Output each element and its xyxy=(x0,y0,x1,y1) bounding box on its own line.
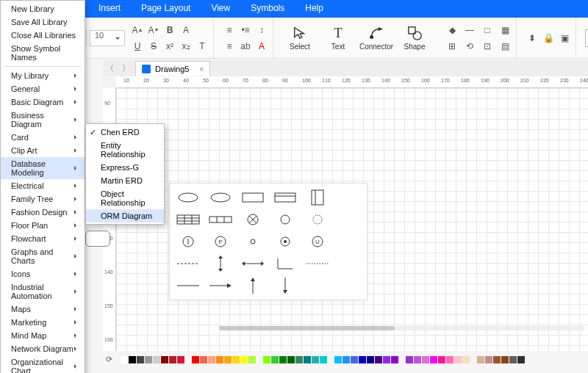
superscript-icon[interactable]: x² xyxy=(163,40,176,53)
shape-table[interactable] xyxy=(177,213,199,226)
color-swatch[interactable] xyxy=(493,356,501,363)
color-swatch[interactable] xyxy=(224,356,232,363)
increase-font-icon[interactable]: A▲ xyxy=(131,23,144,37)
shadow-icon[interactable]: □ xyxy=(481,23,494,37)
shape-dot-filled[interactable] xyxy=(274,235,296,248)
menu-cat-database-modeling[interactable]: Database Modeling xyxy=(1,157,85,179)
color-swatch[interactable] xyxy=(271,356,279,363)
menu-cat-network-diagram[interactable]: Network Diagram xyxy=(1,342,85,355)
menu-close-all-libraries[interactable]: Close All Libraries xyxy=(1,29,85,42)
color-swatch[interactable] xyxy=(438,356,445,363)
color-swatch[interactable] xyxy=(240,356,248,363)
color-swatch[interactable] xyxy=(304,356,311,363)
menu-cat-general[interactable]: General xyxy=(1,82,85,95)
shape-line-solid[interactable] xyxy=(177,279,199,292)
color-swatch[interactable] xyxy=(383,356,390,363)
nav-fwd-icon[interactable]: 〉 xyxy=(122,63,132,73)
color-swatch[interactable] xyxy=(121,356,128,363)
color-swatch[interactable] xyxy=(391,356,398,363)
menu-cat-family-tree[interactable]: Family Tree xyxy=(1,192,85,206)
line-icon[interactable]: — xyxy=(463,23,476,37)
color-swatch[interactable] xyxy=(359,356,366,363)
color-swatch[interactable] xyxy=(137,356,144,363)
shape-dot-open[interactable] xyxy=(242,235,264,248)
menu-cat-maps[interactable]: Maps xyxy=(1,303,85,316)
menu-cat-floor-plan[interactable]: Floor Plan xyxy=(1,219,85,232)
color-swatch[interactable] xyxy=(446,356,453,363)
menu-cat-fashion-design[interactable]: Fashion Design xyxy=(1,206,85,219)
submenu-entity-relationship[interactable]: Entity Relationship xyxy=(86,139,164,161)
subscript-icon[interactable]: x₂ xyxy=(179,40,193,53)
color-swatch[interactable] xyxy=(422,356,429,363)
submenu-chen-erd[interactable]: ✓Chen ERD xyxy=(86,126,164,139)
color-swatch[interactable] xyxy=(517,356,525,363)
color-swatch[interactable] xyxy=(169,356,176,363)
color-swatch[interactable] xyxy=(351,356,358,363)
decrease-font-icon[interactable]: A▼ xyxy=(147,23,160,37)
color-swatch[interactable] xyxy=(129,356,136,363)
shape-ellipse-2[interactable] xyxy=(209,191,232,204)
group-icon[interactable]: ⊡ xyxy=(481,40,494,53)
document-tab[interactable]: Drawing5 × xyxy=(135,61,210,76)
shape-circle-x[interactable] xyxy=(242,213,264,226)
menu-save-all-library[interactable]: Save All Library xyxy=(1,15,85,29)
shape-arrow-right[interactable] xyxy=(209,279,232,292)
menu-cat-basic-diagram[interactable]: Basic Diagram xyxy=(1,95,85,109)
shape-rect[interactable] xyxy=(242,191,264,204)
color-swatch[interactable] xyxy=(177,356,184,363)
shape-line-arrows-v[interactable] xyxy=(209,257,232,270)
color-swatch[interactable] xyxy=(375,356,382,363)
clear-format-icon[interactable]: A xyxy=(179,23,193,37)
color-swatch[interactable] xyxy=(334,356,342,363)
color-swatch[interactable] xyxy=(320,356,327,363)
color-swatch[interactable] xyxy=(287,356,295,363)
bullets-icon[interactable]: •≡ xyxy=(239,23,252,37)
underline-icon[interactable]: U xyxy=(131,40,144,53)
color-swatch[interactable] xyxy=(248,356,256,363)
menu-show-symbol-names[interactable]: Show Symbol Names xyxy=(1,42,85,64)
bold-icon[interactable]: B xyxy=(163,23,176,37)
select-tool[interactable]: Select xyxy=(282,18,318,58)
shape-line-dashed[interactable] xyxy=(177,257,199,270)
menu-cat-business-diagram[interactable]: Business Diagram xyxy=(1,109,85,131)
strike-icon[interactable]: S xyxy=(147,40,160,53)
menu-cat-marketing[interactable]: Marketing xyxy=(1,316,85,329)
font-size-select[interactable]: 10 xyxy=(90,30,125,46)
menu-cat-flowchart[interactable]: Flowchart xyxy=(1,232,85,245)
fill-icon[interactable]: ◆ xyxy=(445,23,459,37)
style-preset-1[interactable]: Abc xyxy=(585,29,588,47)
tab-view[interactable]: View xyxy=(201,0,240,18)
color-swatch[interactable] xyxy=(485,356,492,363)
color-swatch[interactable] xyxy=(414,356,421,363)
refresh-colors-icon[interactable]: ⟳ xyxy=(106,355,116,365)
text-tool[interactable]: TText xyxy=(320,18,356,58)
color-swatch[interactable] xyxy=(208,356,215,363)
color-swatch[interactable] xyxy=(509,356,517,363)
submenu-object-relationship[interactable]: Object Relationship xyxy=(86,187,164,209)
shape-circle-p[interactable]: P xyxy=(209,235,232,248)
menu-cat-organizational-chart[interactable]: Organizational Chart xyxy=(1,355,85,373)
color-swatch[interactable] xyxy=(477,356,484,363)
lock-icon[interactable]: 🔒 xyxy=(542,32,555,45)
menu-cat-icons[interactable]: Icons xyxy=(1,267,85,280)
color-swatch[interactable] xyxy=(343,356,350,363)
shape-bracket[interactable] xyxy=(274,257,296,270)
tab-help[interactable]: Help xyxy=(295,0,334,18)
tab-symbols[interactable]: Symbols xyxy=(240,0,295,18)
tab-insert[interactable]: Insert xyxy=(88,0,131,18)
menu-cat-mind-map[interactable]: Mind Map xyxy=(1,329,85,342)
line-spacing-icon[interactable]: ↕ xyxy=(255,23,268,37)
submenu-orm-diagram[interactable]: ORM Diagram xyxy=(86,209,164,222)
color-swatch[interactable] xyxy=(263,356,270,363)
color-swatch[interactable] xyxy=(430,356,437,363)
shape-rect-header[interactable] xyxy=(274,191,296,204)
shape-circle-small[interactable] xyxy=(274,213,296,226)
scrollbar-thumb[interactable] xyxy=(219,326,395,330)
align-icon[interactable]: ▤ xyxy=(498,40,512,53)
tab-page-layout[interactable]: Page Layout xyxy=(131,0,201,18)
align-left-icon[interactable]: ≡ xyxy=(223,23,236,37)
shape-cells[interactable] xyxy=(209,213,232,226)
shape-line-arrows-h[interactable] xyxy=(242,257,264,270)
color-swatch[interactable] xyxy=(406,356,413,363)
shape-arrow-down[interactable] xyxy=(274,279,296,292)
